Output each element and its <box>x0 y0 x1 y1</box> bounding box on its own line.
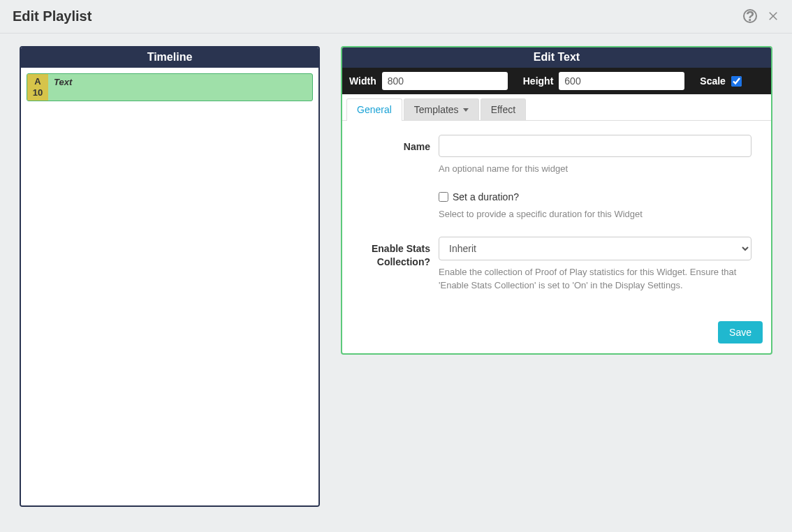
tab-templates-label: Templates <box>414 104 459 115</box>
duration-checkbox-wrap[interactable]: Set a duration? <box>439 191 751 202</box>
close-icon[interactable] <box>767 9 779 24</box>
timeline-item-label: Text <box>48 74 312 101</box>
name-help: An optional name for this widget <box>439 163 751 176</box>
tab-templates[interactable]: Templates <box>404 98 479 120</box>
stats-select[interactable]: Inherit <box>439 237 751 260</box>
duration-checkbox[interactable] <box>439 192 448 202</box>
timeline-header: Timeline <box>21 47 318 68</box>
edit-header: Edit Text <box>342 47 771 68</box>
topbar: Edit Playlist ? <box>0 0 792 34</box>
timeline-panel: Timeline A 10 Text <box>20 46 320 507</box>
duration-help: Select to provide a specific duration fo… <box>439 208 751 221</box>
dimension-bar: Width Height Scale <box>342 68 771 94</box>
help-icon[interactable]: ? <box>743 9 757 23</box>
width-label: Width <box>349 75 376 87</box>
stats-help: Enable the collection of Proof of Play s… <box>439 266 751 293</box>
name-input[interactable] <box>439 135 751 157</box>
timeline-item-letter: A <box>34 76 41 87</box>
row-name: Name An optional name for this widget <box>362 135 751 176</box>
edit-panel: Edit Text Width Height Scale General Tem… <box>341 46 772 355</box>
form-area: Name An optional name for this widget Se… <box>342 121 771 317</box>
row-stats: Enable Stats Collection? Inherit Enable … <box>362 237 751 293</box>
tab-general-label: General <box>357 104 392 115</box>
content: Timeline A 10 Text Edit Text Width Heigh… <box>0 34 792 519</box>
topbar-icons: ? <box>743 9 779 24</box>
save-button[interactable]: Save <box>718 321 763 343</box>
height-label: Height <box>523 75 554 87</box>
timeline-item-duration: 10 <box>33 87 43 98</box>
form-footer: Save <box>342 317 771 353</box>
timeline-body: A 10 Text <box>21 68 318 505</box>
tab-effect-label: Effect <box>491 104 516 115</box>
width-input[interactable] <box>382 72 508 90</box>
page-title: Edit Playlist <box>13 8 91 24</box>
chevron-down-icon <box>463 108 469 112</box>
duration-checkbox-label: Set a duration? <box>453 191 519 202</box>
name-label: Name <box>362 135 439 154</box>
scale-checkbox[interactable] <box>731 76 742 87</box>
timeline-item-badge: A 10 <box>27 74 48 101</box>
tab-effect[interactable]: Effect <box>481 98 527 120</box>
tabs: General Templates Effect <box>342 94 771 121</box>
row-duration: Set a duration? Select to provide a spec… <box>362 191 751 221</box>
stats-label: Enable Stats Collection? <box>362 237 439 269</box>
timeline-item[interactable]: A 10 Text <box>27 73 313 101</box>
tab-general[interactable]: General <box>346 98 402 120</box>
height-input[interactable] <box>559 72 684 90</box>
scale-label: Scale <box>700 75 726 87</box>
